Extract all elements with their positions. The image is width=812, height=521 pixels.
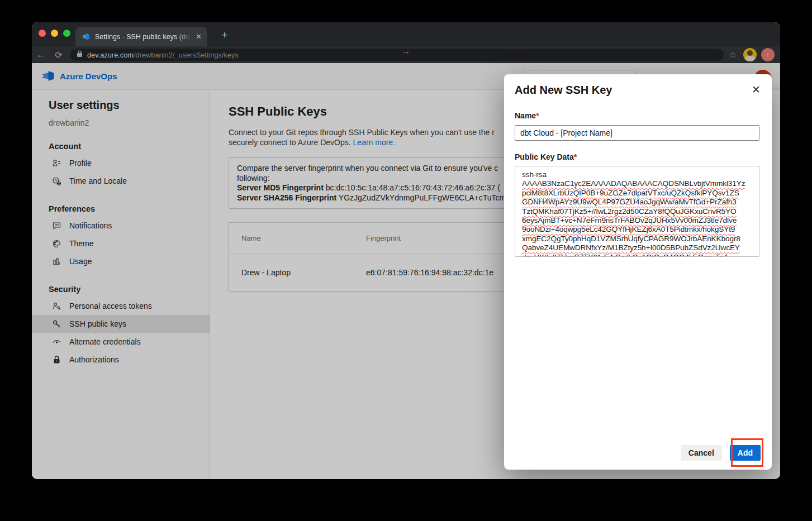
key-line: xmgEC2QgTy0phHqD1VZMSrhUqfyCPAGR9WOJrbAE…: [522, 235, 752, 243]
key-line: 6eysAjmBT+vc+N7eFrn9nsTrFABOv2qJUHx5Vv00…: [522, 216, 752, 225]
required-asterisk: *: [536, 111, 539, 120]
tab-close-icon[interactable]: ✕: [196, 32, 202, 41]
tab-strip: Settings · SSH public keys (dre ✕ +: [32, 22, 780, 46]
add-button[interactable]: Add: [730, 445, 761, 461]
key-line: dzuHKtIjdIiBJzzB7TY01rE4rSzdkQc1QtCzO4OQ…: [522, 253, 752, 257]
name-field-label: Name*: [515, 111, 539, 120]
azure-devops-favicon: [81, 32, 91, 41]
key-line: TztQMKhaf07TjKz5+//IwL2rgz2d50CZaY8fQQuJ…: [522, 207, 752, 216]
window-minimize-button[interactable]: [51, 30, 58, 37]
close-icon[interactable]: ✕: [752, 83, 761, 96]
browser-tab[interactable]: Settings · SSH public keys (dre ✕: [75, 27, 207, 46]
new-tab-button[interactable]: +: [217, 29, 232, 41]
dialog-footer: Cancel Add: [681, 445, 761, 461]
required-asterisk: *: [574, 152, 577, 161]
key-line: GDNH4WpAYz9U9wQL4P97GZU4aoJgqWw/aMvTfGd+…: [522, 198, 752, 207]
key-line: QabveZ4UEMwDRNfxYz/M1BZtyz5h+I00D5BPubZS…: [522, 243, 752, 252]
add-ssh-key-dialog: Add New SSH Key ✕ Name* Public Key Data*…: [504, 74, 772, 470]
dialog-title: Add New SSH Key: [515, 84, 612, 97]
browser-window: Settings · SSH public keys (dre ✕ + ← → …: [32, 22, 780, 479]
window-zoom-button[interactable]: [63, 30, 70, 37]
tab-title: Settings · SSH public keys (dre: [95, 33, 191, 41]
key-line: ssh-rsa: [522, 170, 752, 179]
public-key-field-label: Public Key Data*: [515, 152, 577, 161]
key-line: 9ooNDzi+4oqwpg5eLc42GQYfHjKEZj6xA0T5Pidt…: [522, 225, 752, 234]
window-close-button[interactable]: [39, 30, 46, 37]
cancel-button[interactable]: Cancel: [681, 445, 722, 461]
browser-toolbar: ← → ⟳ dev.azure.com/drewbanin2/_usersSet…: [32, 46, 780, 63]
forward-icon[interactable]: →: [32, 46, 780, 63]
key-line: AAAAB3NzaC1yc2EAAAADAQABAAACAQDSNBLvbjtV…: [522, 179, 752, 188]
name-input[interactable]: [515, 125, 759, 141]
public-key-textarea[interactable]: ssh-rsa AAAAB3NzaC1yc2EAAAADAQABAAACAQDS…: [515, 166, 759, 257]
key-line: pciM8t8XLrbUzQIP0B+9uZGZe7dlpatVTxc/uQZk…: [522, 189, 752, 198]
